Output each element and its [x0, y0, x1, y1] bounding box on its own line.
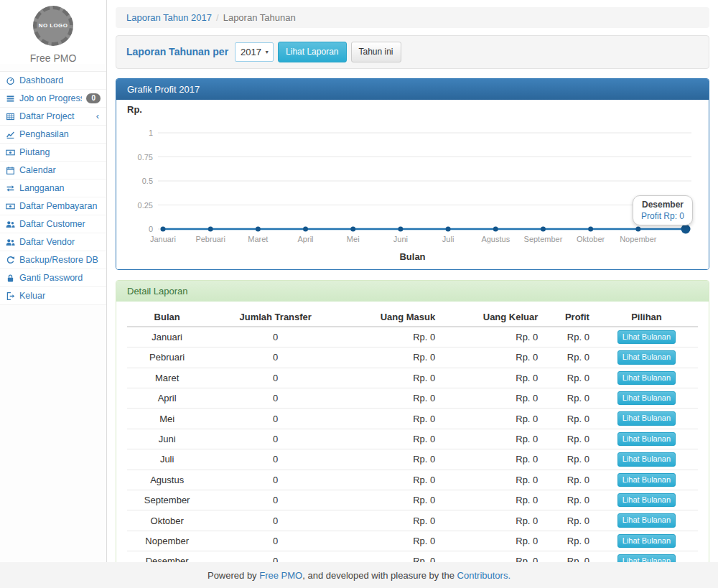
cell-bulan: Agustus	[127, 470, 207, 490]
chevron-left-icon: ‹	[96, 113, 101, 120]
line-chart-icon	[6, 130, 15, 139]
data-point-januari[interactable]	[161, 226, 166, 231]
data-point-april[interactable]	[303, 226, 308, 231]
sidebar-item-dashboard[interactable]: Dashboard	[0, 72, 106, 90]
cell-bulan: Nopember	[127, 531, 207, 551]
y-axis-title: Rp.	[127, 104, 698, 117]
cell-jumlah_transfer: 0	[207, 347, 344, 368]
free-pmo-link[interactable]: Free PMO	[259, 570, 302, 581]
cell-uang_keluar: Rp. 0	[441, 490, 544, 510]
x-tick-label: Agustus	[481, 235, 510, 243]
cell-profit: Rp. 0	[544, 388, 595, 408]
refresh-icon	[6, 256, 15, 265]
lihat-bulanan-button[interactable]: Lihat Bulanan	[617, 432, 676, 446]
column-header-jumlah-transfer: Jumlah Transfer	[207, 309, 344, 327]
cell-pilihan: Lihat Bulanan	[595, 327, 698, 347]
year-select[interactable]: 2017	[235, 42, 274, 62]
data-point-mei[interactable]	[350, 226, 355, 231]
cell-jumlah_transfer: 0	[207, 470, 344, 490]
lihat-bulanan-button[interactable]: Lihat Bulanan	[617, 371, 676, 385]
lihat-bulanan-button[interactable]: Lihat Bulanan	[617, 513, 676, 527]
cell-pilihan: Lihat Bulanan	[595, 470, 698, 490]
tooltip-value: Profit Rp: 0	[641, 211, 684, 221]
users-icon	[6, 238, 15, 247]
lihat-laporan-button[interactable]: Lihat Laporan	[278, 42, 346, 62]
table-row-april: April0Rp. 0Rp. 0Rp. 0Lihat Bulanan	[127, 388, 698, 408]
cell-bulan: Juni	[127, 429, 207, 449]
data-point-pebruari[interactable]	[208, 226, 213, 231]
report-filter-form: Laporan Tahunan per 2017 ▼ Lihat Laporan…	[116, 35, 709, 69]
sidebar-item-keluar[interactable]: Keluar	[0, 287, 106, 305]
table-row-agustus: Agustus0Rp. 0Rp. 0Rp. 0Lihat Bulanan	[127, 470, 698, 490]
column-header-pilihan: Pilihan	[595, 309, 698, 327]
data-point-agustus[interactable]	[493, 226, 498, 231]
data-point-juni[interactable]	[398, 226, 403, 231]
contributors-link[interactable]: Contributors.	[457, 570, 510, 581]
data-point-oktober[interactable]	[588, 226, 593, 231]
data-point-juli[interactable]	[446, 226, 451, 231]
cell-jumlah_transfer: 0	[207, 429, 344, 449]
lihat-bulanan-button[interactable]: Lihat Bulanan	[617, 391, 676, 405]
cell-uang_keluar: Rp. 0	[441, 429, 544, 449]
lihat-bulanan-button[interactable]: Lihat Bulanan	[617, 493, 676, 507]
lihat-bulanan-button[interactable]: Lihat Bulanan	[617, 411, 676, 425]
sidebar-item-ganti-password[interactable]: Ganti Password	[0, 269, 106, 287]
cell-profit: Rp. 0	[544, 429, 595, 449]
cell-jumlah_transfer: 0	[207, 388, 344, 408]
sidebar-item-daftar-vendor[interactable]: Daftar Vendor	[0, 233, 106, 251]
sidebar-item-daftar-project[interactable]: Daftar Project‹	[0, 108, 106, 126]
sidebar: NO LOGO Free PMO DashboardJob on Progres…	[0, 0, 107, 562]
cell-profit: Rp. 0	[544, 368, 595, 388]
sidebar-item-job-on-progress[interactable]: Job on Progress0	[0, 90, 106, 108]
cell-profit: Rp. 0	[544, 347, 595, 368]
profit-line-chart[interactable]: 10.750.50.250JanuariPebruariMaretAprilMe…	[127, 117, 698, 251]
cell-jumlah_transfer: 0	[207, 510, 344, 531]
breadcrumb-current: Laporan Tahunan	[223, 12, 296, 23]
cell-pilihan: Lihat Bulanan	[595, 388, 698, 408]
sidebar-item-langganan[interactable]: Langganan	[0, 179, 106, 197]
detail-laporan-panel: Detail Laporan BulanJumlah TransferUang …	[116, 280, 709, 588]
cell-pilihan: Lihat Bulanan	[595, 490, 698, 510]
x-tick-label: September	[524, 235, 563, 243]
table-row-juni: Juni0Rp. 0Rp. 0Rp. 0Lihat Bulanan	[127, 429, 698, 449]
sidebar-item-daftar-customer[interactable]: Daftar Customer	[0, 215, 106, 233]
logo-image: NO LOGO	[33, 6, 73, 46]
cell-jumlah_transfer: 0	[207, 368, 344, 388]
breadcrumb-link-laporan-tahun[interactable]: Laporan Tahun 2017	[126, 12, 212, 23]
sidebar-item-daftar-pembayaran[interactable]: Daftar Pembayaran	[0, 197, 106, 215]
cell-uang_keluar: Rp. 0	[441, 368, 544, 388]
x-tick-label: Juli	[442, 235, 454, 243]
table-row-juli: Juli0Rp. 0Rp. 0Rp. 0Lihat Bulanan	[127, 449, 698, 470]
cell-pilihan: Lihat Bulanan	[595, 531, 698, 551]
table-row-september: September0Rp. 0Rp. 0Rp. 0Lihat Bulanan	[127, 490, 698, 510]
data-point-desember[interactable]	[681, 224, 691, 233]
footer-text-prefix: Powered by	[208, 570, 257, 581]
cell-uang_masuk: Rp. 0	[344, 327, 441, 347]
data-point-nopember[interactable]	[635, 226, 640, 231]
sidebar-item-label: Daftar Customer	[19, 219, 101, 229]
data-point-september[interactable]	[541, 226, 546, 231]
lihat-bulanan-button[interactable]: Lihat Bulanan	[617, 473, 676, 487]
table-header-row: BulanJumlah TransferUang MasukUang Kelua…	[127, 309, 698, 327]
cell-pilihan: Lihat Bulanan	[595, 409, 698, 429]
lihat-bulanan-button[interactable]: Lihat Bulanan	[617, 452, 676, 466]
sidebar-menu: DashboardJob on Progress0Daftar Project‹…	[0, 71, 106, 305]
sidebar-item-calendar[interactable]: Calendar	[0, 162, 106, 179]
tahun-ini-button[interactable]: Tahun ini	[351, 42, 401, 62]
app-window: NO LOGO Free PMO DashboardJob on Progres…	[0, 0, 718, 588]
lihat-bulanan-button[interactable]: Lihat Bulanan	[617, 534, 676, 548]
cell-pilihan: Lihat Bulanan	[595, 510, 698, 531]
sidebar-item-backup-restore-db[interactable]: Backup/Restore DB	[0, 251, 106, 269]
lihat-bulanan-button[interactable]: Lihat Bulanan	[617, 330, 676, 344]
sidebar-item-label: Keluar	[19, 291, 101, 301]
sidebar-item-penghasilan[interactable]: Penghasilan	[0, 126, 106, 144]
cell-jumlah_transfer: 0	[207, 409, 344, 429]
lihat-bulanan-button[interactable]: Lihat Bulanan	[617, 350, 676, 364]
sidebar-item-piutang[interactable]: Piutang	[0, 144, 106, 162]
cell-profit: Rp. 0	[544, 449, 595, 470]
cell-pilihan: Lihat Bulanan	[595, 449, 698, 470]
monthly-report-table: BulanJumlah TransferUang MasukUang Kelua…	[127, 309, 698, 588]
cell-uang_masuk: Rp. 0	[344, 470, 441, 490]
data-point-maret[interactable]	[256, 226, 261, 231]
sidebar-item-label: Langganan	[19, 183, 101, 193]
